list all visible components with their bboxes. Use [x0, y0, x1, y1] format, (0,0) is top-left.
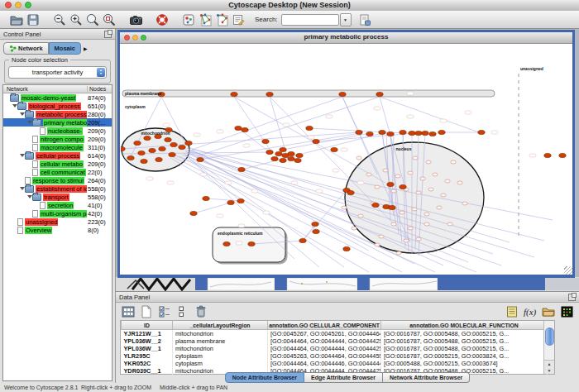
- table-row[interactable]: YKR052Ccytoplasm[GO:0044464, GO:0044446,…: [122, 360, 548, 367]
- search-label: Search:: [255, 16, 278, 23]
- help-button[interactable]: [154, 12, 170, 28]
- tab-node-attribute-browser[interactable]: Node Attribute Browser: [225, 372, 304, 383]
- data-panel-header: Data Panel: [116, 292, 579, 303]
- float-panel-icon[interactable]: [568, 294, 576, 301]
- zoom-fit-button[interactable]: [84, 12, 101, 28]
- table-row[interactable]: YPL036W__2plasma membrane[GO:0044464, GO…: [122, 337, 548, 345]
- network-graph[interactable]: plasma membrane cytoplasm mitochondrion …: [121, 50, 572, 272]
- search-dropdown-button[interactable]: ▼: [340, 13, 352, 26]
- graph-node: [156, 157, 162, 161]
- float-panel-icon[interactable]: [104, 31, 112, 38]
- network-canvas-area[interactable]: plasma membrane cytoplasm mitochondrion …: [120, 44, 572, 275]
- resize-grip[interactable]: [564, 266, 572, 275]
- new-document-icon: [141, 305, 152, 318]
- tree-row[interactable]: unassigned223(0): [3, 218, 112, 226]
- attribute-report-button[interactable]: [505, 304, 519, 319]
- expand-arrow-icon[interactable]: [19, 112, 25, 116]
- search-input[interactable]: [281, 14, 339, 26]
- column-header[interactable]: annotation.GO CELLULAR_COMPONENT: [268, 321, 381, 330]
- tab-network-attribute-browser[interactable]: Network Attribute Browser: [383, 372, 470, 383]
- graph-node: [165, 137, 171, 141]
- tree-row[interactable]: metabolic process280(0): [3, 110, 112, 118]
- cytoscape-app: Cytoscape Desktop (New Session) Search: …: [0, 0, 579, 392]
- tree-row[interactable]: nucleobase-209(0): [3, 127, 112, 135]
- tree-row[interactable]: secretion41(0): [3, 201, 112, 209]
- advanced-search-button[interactable]: [356, 12, 373, 28]
- expand-arrow-icon[interactable]: [19, 154, 25, 157]
- camera-icon: [129, 13, 143, 26]
- tree-col-nodes: Nodes: [87, 86, 106, 92]
- formula-builder-button[interactable]: f(x): [523, 304, 538, 319]
- graph-node: [159, 146, 165, 151]
- tree-row[interactable]: Overview8(0): [3, 226, 112, 234]
- tree-row[interactable]: response to stimul264(0): [3, 176, 112, 184]
- graph-node: [375, 243, 380, 246]
- leaf-icon: [32, 169, 38, 176]
- tree-row[interactable]: transport558(0): [3, 193, 112, 201]
- unselect-attributes-button[interactable]: [175, 304, 190, 319]
- tree-row[interactable]: biological_process651(0): [3, 102, 112, 110]
- attribute-table-button[interactable]: [121, 304, 136, 319]
- zoom-selected-button[interactable]: [101, 12, 117, 28]
- create-attribute-button[interactable]: [139, 304, 154, 319]
- layout-button-2[interactable]: [213, 12, 230, 28]
- tree-row[interactable]: cellular metabo209(0): [3, 160, 112, 168]
- node-color-dropdown[interactable]: transporter activity ▲▼: [8, 66, 107, 79]
- delete-attribute-button[interactable]: [194, 304, 208, 319]
- layout-button-1[interactable]: [197, 12, 213, 28]
- snapshot-button[interactable]: [127, 12, 144, 28]
- graph-node: [375, 185, 380, 189]
- tree-row[interactable]: establishment of lo558(0): [3, 184, 112, 193]
- select-attributes-button[interactable]: [157, 304, 172, 319]
- leaf-icon: [17, 218, 23, 226]
- table-row[interactable]: YPL036W__1mitochondrion[GO:0044464, GO:0…: [122, 345, 548, 352]
- tree-row[interactable]: primary metabo209(...: [3, 118, 112, 127]
- column-header[interactable]: annotation.GO MOLECULAR_FUNCTION: [381, 321, 548, 330]
- graph-node: [288, 156, 294, 160]
- status-message: Middle-click + drag to PAN: [160, 385, 227, 390]
- network-tree-panel: Network Nodes mosaic-demo-yeast874(0)bio…: [2, 84, 112, 381]
- control-panel-header: Control Panel: [0, 29, 115, 40]
- graph-edge: [283, 133, 370, 150]
- table-cell: [GO:0016787, GO:0005488, GO:0005215, G..…: [381, 337, 548, 345]
- tab-network[interactable]: Network: [3, 42, 49, 55]
- expand-arrow-icon[interactable]: [19, 187, 25, 190]
- graph-node: [179, 145, 185, 149]
- tree-row[interactable]: cellular process614(0): [3, 151, 112, 160]
- table-row[interactable]: YJR121W__1mitochondrion[GO:0045267, GO:0…: [122, 330, 548, 338]
- tree-row[interactable]: nitrogen compo209(0): [3, 135, 112, 143]
- column-header[interactable]: ID: [122, 321, 173, 330]
- table-vertical-scrollbar[interactable]: ▲▼: [543, 321, 554, 374]
- open-button[interactable]: [8, 12, 25, 28]
- expand-arrow-icon[interactable]: [12, 104, 17, 108]
- import-attributes-button[interactable]: [541, 304, 556, 319]
- unassigned-label: unassigned: [520, 66, 543, 71]
- vizmapper-button[interactable]: [180, 12, 197, 28]
- node-label-marks: [146, 92, 536, 245]
- expand-arrow-icon[interactable]: [26, 121, 32, 124]
- folder-icon: [10, 94, 19, 102]
- tree-row[interactable]: mosaic-demo-yeast874(0): [3, 93, 112, 102]
- tab-mosaic[interactable]: Mosaic: [49, 42, 81, 55]
- graph-node: [141, 159, 147, 163]
- graph-node: [400, 130, 406, 134]
- tree-row[interactable]: multi-organism pro42(0): [3, 209, 112, 218]
- control-panel-title: Control Panel: [3, 31, 41, 38]
- graph-node: [339, 92, 346, 96]
- tab-edge-attribute-browser[interactable]: Edge Attribute Browser: [304, 372, 383, 383]
- graph-node: [395, 174, 400, 178]
- table-row[interactable]: YLR295Ccytoplasm[GO:0045263, GO:0044464,…: [122, 352, 548, 360]
- tab-overflow-arrow[interactable]: ▶: [84, 45, 88, 51]
- zoom-in-button[interactable]: [68, 12, 84, 28]
- graph-node: [169, 152, 175, 156]
- zoom-out-button[interactable]: [51, 12, 68, 28]
- expand-arrow-icon[interactable]: [26, 195, 32, 198]
- save-button[interactable]: [25, 12, 41, 28]
- network-view-titlebar[interactable]: primary metabolic process: [120, 32, 572, 44]
- attribute-matrix-button[interactable]: [559, 304, 574, 319]
- tree-row[interactable]: macromolecule311(0): [3, 143, 112, 151]
- column-header[interactable]: _cellularLayoutRegion: [173, 321, 268, 330]
- scrollbar-thumb[interactable]: [545, 327, 554, 346]
- tree-row[interactable]: cell communicat22(0): [3, 168, 112, 176]
- annotation-button[interactable]: [230, 12, 246, 28]
